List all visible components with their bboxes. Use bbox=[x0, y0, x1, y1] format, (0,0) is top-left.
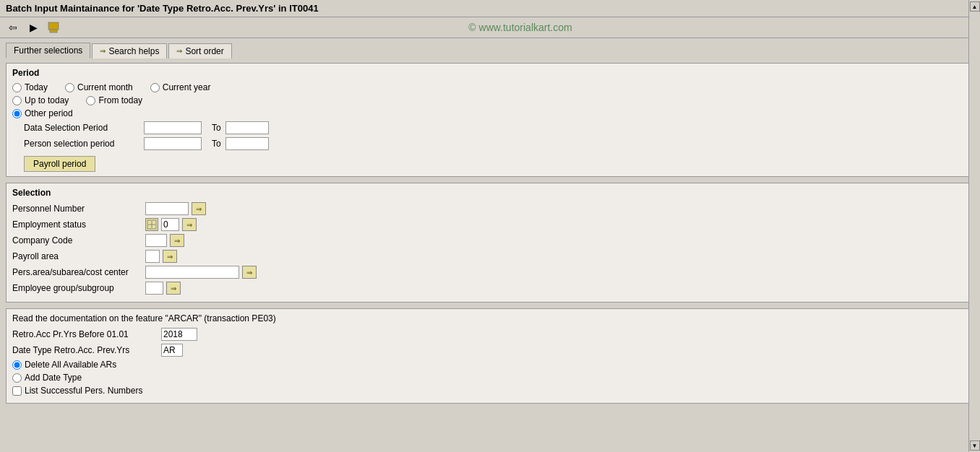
forward-icon[interactable]: ▶ bbox=[26, 20, 40, 35]
date-type-label: Date Type Retro.Acc. Prev.Yrs bbox=[12, 345, 157, 355]
person-selection-period-to[interactable] bbox=[225, 137, 269, 150]
tab-sort-order[interactable]: ⇒ Sort order bbox=[168, 43, 231, 58]
radio-add-date-type[interactable]: Add Date Type bbox=[12, 373, 968, 383]
tab-further-selections-label: Further selections bbox=[14, 45, 82, 56]
period-row-3: Other period bbox=[12, 108, 968, 118]
pers-area-row: Pers.area/subarea/cost center ⇒ bbox=[12, 266, 968, 279]
pers-area-label: Pers.area/subarea/cost center bbox=[12, 267, 142, 277]
title-bar: Batch Input Maintainance for 'Date Type … bbox=[0, 0, 980, 17]
radio-from-today-label: From today bbox=[98, 95, 142, 105]
watermark: © www.tutorialkart.com bbox=[66, 22, 974, 33]
radio-add-date-type-input[interactable] bbox=[12, 373, 22, 383]
tab-bar: Further selections ⇒ Search helps ⇒ Sort… bbox=[6, 43, 974, 58]
employee-group-label: Employee group/subgroup bbox=[12, 283, 142, 293]
scroll-down-btn[interactable]: ▼ bbox=[970, 440, 980, 451]
radio-current-year-input[interactable] bbox=[150, 83, 160, 92]
radio-up-to-today-input[interactable] bbox=[12, 96, 22, 105]
content-area: Further selections ⇒ Search helps ⇒ Sort… bbox=[0, 38, 980, 440]
pers-area-input[interactable] bbox=[145, 266, 239, 279]
personnel-number-label: Personnel Number bbox=[12, 204, 142, 214]
scrollbar: ▲ ▼ bbox=[968, 0, 980, 452]
company-code-input[interactable] bbox=[145, 234, 167, 247]
info-section-title: Read the documentation on the feature "A… bbox=[12, 313, 968, 323]
employment-status-icon[interactable] bbox=[145, 218, 158, 231]
radio-from-today[interactable]: From today bbox=[86, 95, 142, 105]
checkbox-list-successful-input[interactable] bbox=[12, 386, 22, 396]
retro-acc-input[interactable] bbox=[161, 328, 197, 341]
selection-section-title: Selection bbox=[12, 188, 968, 198]
company-code-label: Company Code bbox=[12, 235, 142, 245]
data-selection-period-label: Data Selection Period bbox=[24, 123, 139, 133]
radio-current-month-input[interactable] bbox=[65, 83, 74, 92]
payroll-area-row: Payroll area ⇒ bbox=[12, 250, 968, 263]
period-section-title: Period bbox=[12, 68, 968, 78]
radio-today[interactable]: Today bbox=[12, 82, 48, 92]
radio-other-period[interactable]: Other period bbox=[12, 108, 73, 118]
payroll-area-input[interactable] bbox=[145, 250, 160, 263]
retro-acc-label: Retro.Acc Pr.Yrs Before 01.01 bbox=[12, 329, 157, 339]
person-selection-period-row: Person selection period To bbox=[24, 137, 968, 150]
scroll-up-btn[interactable]: ▲ bbox=[970, 1, 980, 12]
tab-sort-order-label: Sort order bbox=[185, 46, 223, 56]
checkbox-list-successful-label: List Successful Pers. Numbers bbox=[25, 386, 142, 396]
person-selection-period-from[interactable] bbox=[144, 137, 202, 150]
period-row-2: Up to today From today bbox=[12, 95, 968, 105]
personnel-number-arrow-btn[interactable]: ⇒ bbox=[192, 202, 206, 215]
checkbox-list-successful[interactable]: List Successful Pers. Numbers bbox=[12, 386, 968, 396]
employment-status-input[interactable] bbox=[161, 218, 179, 231]
employment-status-arrow-btn[interactable]: ⇒ bbox=[182, 218, 197, 231]
info-section: Read the documentation on the feature "A… bbox=[6, 308, 974, 404]
radio-current-month[interactable]: Current month bbox=[65, 82, 133, 92]
radio-today-label: Today bbox=[25, 82, 48, 92]
radio-up-to-today-label: Up to today bbox=[25, 95, 69, 105]
svg-rect-0 bbox=[48, 22, 59, 30]
employee-group-arrow-btn[interactable]: ⇒ bbox=[166, 282, 181, 295]
window-title: Batch Input Maintainance for 'Date Type … bbox=[6, 3, 319, 14]
personnel-number-row: Personnel Number ⇒ bbox=[12, 202, 968, 215]
employee-group-row: Employee group/subgroup ⇒ bbox=[12, 282, 968, 295]
tab-sort-order-arrow: ⇒ bbox=[176, 47, 182, 55]
radio-delete-all-label: Delete All Available ARs bbox=[25, 360, 116, 370]
data-selection-period-from[interactable] bbox=[144, 121, 202, 134]
retro-acc-row: Retro.Acc Pr.Yrs Before 01.01 bbox=[12, 328, 968, 341]
personnel-number-input[interactable] bbox=[145, 202, 189, 215]
company-code-arrow-btn[interactable]: ⇒ bbox=[170, 234, 184, 247]
back-icon[interactable]: ⇦ bbox=[6, 20, 20, 35]
radio-current-year[interactable]: Current year bbox=[150, 82, 211, 92]
radio-today-input[interactable] bbox=[12, 83, 22, 92]
selection-section: Selection Personnel Number ⇒ Employment … bbox=[6, 183, 974, 303]
data-selection-period-row: Data Selection Period To bbox=[24, 121, 968, 134]
payroll-area-label: Payroll area bbox=[12, 251, 142, 261]
period-section: Period Today Current month Current year … bbox=[6, 63, 974, 177]
employment-status-row: Employment status ⇒ bbox=[12, 218, 968, 231]
employee-group-input[interactable] bbox=[145, 282, 163, 295]
radio-current-year-label: Current year bbox=[163, 82, 211, 92]
tab-search-helps-arrow: ⇒ bbox=[100, 47, 106, 55]
date-type-row: Date Type Retro.Acc. Prev.Yrs bbox=[12, 344, 968, 357]
tab-search-helps[interactable]: ⇒ Search helps bbox=[92, 43, 167, 58]
toolbar: ⇦ ▶ © www.tutorialkart.com bbox=[0, 17, 980, 38]
radio-current-month-label: Current month bbox=[77, 82, 133, 92]
pers-area-arrow-btn[interactable]: ⇒ bbox=[242, 266, 257, 279]
radio-delete-all-input[interactable] bbox=[12, 360, 22, 370]
radio-other-period-input[interactable] bbox=[12, 109, 22, 118]
to-label-2: To bbox=[212, 139, 221, 149]
payroll-period-button[interactable]: Payroll period bbox=[24, 156, 95, 172]
payroll-area-arrow-btn[interactable]: ⇒ bbox=[163, 250, 177, 263]
tab-search-helps-label: Search helps bbox=[108, 46, 159, 56]
to-label-1: To bbox=[212, 123, 221, 133]
period-row-1: Today Current month Current year bbox=[12, 82, 968, 92]
employment-status-label: Employment status bbox=[12, 220, 142, 230]
radio-add-date-type-label: Add Date Type bbox=[25, 373, 82, 383]
radio-up-to-today[interactable]: Up to today bbox=[12, 95, 69, 105]
radio-delete-all[interactable]: Delete All Available ARs bbox=[12, 360, 968, 370]
execute-icon[interactable] bbox=[46, 20, 61, 35]
data-selection-period-to[interactable] bbox=[225, 121, 269, 134]
tab-further-selections[interactable]: Further selections bbox=[6, 43, 90, 58]
radio-from-today-input[interactable] bbox=[86, 96, 95, 105]
svg-rect-1 bbox=[50, 30, 57, 32]
date-type-input[interactable] bbox=[161, 344, 183, 357]
company-code-row: Company Code ⇒ bbox=[12, 234, 968, 247]
person-selection-period-label: Person selection period bbox=[24, 139, 139, 149]
radio-other-period-label: Other period bbox=[25, 108, 73, 118]
